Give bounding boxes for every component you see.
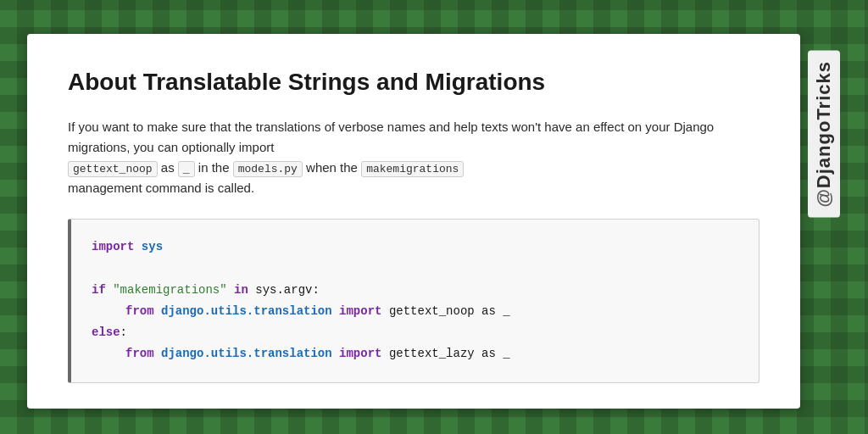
page-title: About Translatable Strings and Migration… <box>68 68 760 97</box>
keyword-import: import <box>92 240 134 253</box>
module-dut-1: django.utils.translation <box>161 304 332 318</box>
code-line-blank <box>92 259 738 280</box>
keyword-import-2: import <box>339 347 381 360</box>
at-sign: @ <box>813 188 834 207</box>
page-wrapper: About Translatable Strings and Migration… <box>27 34 841 409</box>
as-text-1: as <box>161 160 175 175</box>
code-line-from1: from django.utils.translation import get… <box>92 301 738 322</box>
intro-paragraph: If you want to make sure that the transl… <box>68 117 760 199</box>
code-line-if: if "makemigrations" in sys.argv: <box>92 280 738 301</box>
code-sysargv: sys.argv: <box>255 283 320 297</box>
in-the-text: in the <box>198 160 230 175</box>
end-text: management command is called. <box>68 181 254 195</box>
keyword-import-1: import <box>339 304 381 318</box>
code-line-1: import sys <box>92 236 738 258</box>
else-colon: : <box>120 326 127 339</box>
code-inline-models-py: models.py <box>233 161 303 177</box>
module-sys: sys <box>142 240 163 253</box>
sidebar-brand: @DjangoTricks <box>808 51 840 218</box>
code-inline-gettext-noop: gettext_noop <box>68 161 158 177</box>
code-block: import sys if "makemigrations" in sys.ar… <box>68 219 760 382</box>
brand-name: DjangoTricks <box>813 61 834 188</box>
keyword-from-1: from <box>125 304 154 318</box>
code-line-else: else: <box>92 322 738 343</box>
code-line-from2: from django.utils.translation import get… <box>92 343 738 364</box>
gettext-noop-as: gettext_noop as _ <box>389 304 510 318</box>
when-the-text: when the <box>306 160 358 175</box>
code-inline-makemigrations: makemigrations <box>361 161 464 177</box>
keyword-if: if <box>92 283 106 297</box>
code-inline-underscore: _ <box>178 161 195 177</box>
sidebar: @DjangoTricks <box>800 34 841 409</box>
keyword-else: else <box>92 326 120 339</box>
main-card: About Translatable Strings and Migration… <box>27 34 800 409</box>
keyword-from-2: from <box>125 347 154 360</box>
keyword-in: in <box>234 283 248 297</box>
string-makemigrations: "makemigrations" <box>113 283 226 297</box>
gettext-lazy-as: gettext_lazy as _ <box>389 347 510 360</box>
intro-text: If you want to make sure that the transl… <box>68 120 714 154</box>
module-dut-2: django.utils.translation <box>161 347 332 360</box>
